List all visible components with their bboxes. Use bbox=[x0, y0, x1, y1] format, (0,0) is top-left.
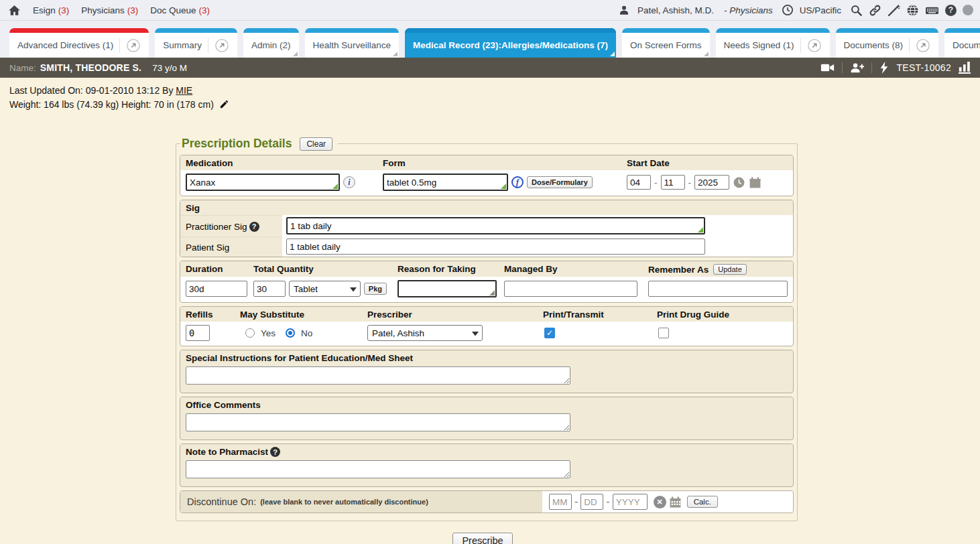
start-date-label: Start Date bbox=[621, 155, 793, 170]
start-day-input[interactable] bbox=[661, 175, 685, 190]
clock-icon bbox=[782, 4, 794, 16]
popout-icon[interactable] bbox=[909, 38, 930, 53]
prescriber-select[interactable]: Patel, Ashish bbox=[367, 325, 483, 341]
wand-icon[interactable] bbox=[887, 4, 900, 17]
formulary-icon[interactable]: f bbox=[511, 176, 524, 188]
chevron-down-icon bbox=[472, 328, 479, 338]
prescription-details-fieldset: Prescription Details Clear Medication Fo… bbox=[176, 137, 798, 521]
current-role: - Physicians bbox=[724, 5, 773, 15]
current-user[interactable]: Patel, Ashish, M.D. bbox=[637, 5, 714, 15]
prescribe-button[interactable]: Prescribe bbox=[452, 533, 512, 544]
tab-needs-signed[interactable]: Needs Signed (1) bbox=[716, 28, 830, 58]
popout-icon[interactable] bbox=[119, 38, 141, 53]
refills-input[interactable] bbox=[186, 325, 210, 341]
info-icon[interactable]: i bbox=[343, 176, 355, 188]
tab-fold-icon bbox=[293, 52, 298, 56]
tab-fold-icon bbox=[704, 52, 709, 56]
print-transmit-label: Print/Transmit bbox=[538, 307, 652, 322]
form-input[interactable] bbox=[383, 174, 508, 191]
patient-sig-label: Patient Sig bbox=[186, 243, 229, 253]
refills-section: Refills May Substitute Prescriber Print/… bbox=[180, 306, 794, 346]
patient-age-sex: 73 y/o M bbox=[152, 63, 187, 73]
globe-icon[interactable] bbox=[906, 4, 919, 17]
print-transmit-checkbox[interactable]: ✓ bbox=[544, 328, 555, 338]
pkg-button[interactable]: Pkg bbox=[364, 283, 387, 295]
special-instructions-section: Special Instructions for Patient Educati… bbox=[180, 350, 794, 393]
help-icon[interactable]: ? bbox=[249, 222, 259, 232]
sig-header: Sig bbox=[180, 200, 793, 215]
note-to-pharmacist-textarea[interactable] bbox=[186, 460, 570, 478]
medication-section: Medication Form Start Date i f Dose/Form… bbox=[180, 155, 794, 196]
calc-button[interactable]: Calc. bbox=[687, 496, 718, 508]
flash-icon[interactable] bbox=[879, 62, 889, 74]
medication-input[interactable] bbox=[186, 174, 340, 191]
tab-bar: Advanced Directives (1) Summary Admin (2… bbox=[0, 20, 980, 58]
keyboard-icon[interactable] bbox=[925, 4, 939, 17]
tab-medical-record[interactable]: Medical Record (23):Allergies/Medication… bbox=[405, 28, 616, 58]
start-year-input[interactable] bbox=[694, 175, 729, 190]
patient-sig-input[interactable] bbox=[286, 239, 705, 255]
flowsheet-chart-icon[interactable] bbox=[959, 62, 971, 74]
print-drug-guide-label: Print Drug Guide bbox=[652, 307, 793, 322]
managed-by-label: Managed By bbox=[499, 261, 643, 277]
update-button[interactable]: Update bbox=[713, 264, 746, 275]
practitioner-sig-input[interactable] bbox=[286, 217, 705, 234]
tab-advanced-directives[interactable]: Advanced Directives (1) bbox=[9, 28, 149, 58]
may-substitute-label: May Substitute bbox=[235, 307, 362, 322]
duration-input[interactable] bbox=[186, 281, 247, 297]
office-comments-section: Office Comments bbox=[180, 397, 794, 440]
user-icon bbox=[618, 4, 630, 16]
substitute-no-radio[interactable] bbox=[286, 328, 295, 338]
office-comments-textarea[interactable] bbox=[186, 413, 570, 431]
link-icon[interactable] bbox=[869, 4, 881, 17]
tab-admin[interactable]: Admin (2) bbox=[243, 28, 299, 58]
help-icon[interactable]: ? bbox=[945, 5, 957, 16]
popout-icon[interactable] bbox=[800, 38, 822, 53]
substitute-yes-radio[interactable] bbox=[245, 328, 255, 338]
search-icon[interactable] bbox=[850, 4, 863, 17]
refills-label: Refills bbox=[180, 307, 235, 322]
tab-documents[interactable]: Documents (8) bbox=[836, 28, 939, 58]
discontinue-year-input[interactable] bbox=[613, 494, 648, 510]
form-label: Form bbox=[377, 155, 621, 170]
managed-by-input[interactable] bbox=[504, 281, 637, 297]
quantity-unit-select[interactable]: Tablet bbox=[289, 281, 361, 297]
nav-esign[interactable]: Esign (3) bbox=[33, 5, 69, 15]
discontinue-month-input[interactable] bbox=[549, 494, 572, 510]
discontinue-section: Discontinue On: (leave blank to never au… bbox=[180, 490, 794, 513]
edit-icon[interactable] bbox=[219, 99, 229, 109]
quantity-input[interactable] bbox=[253, 281, 286, 297]
discontinue-day-input[interactable] bbox=[580, 494, 603, 510]
video-icon[interactable] bbox=[820, 62, 835, 74]
clear-date-icon[interactable]: ✕ bbox=[654, 496, 666, 508]
home-icon[interactable] bbox=[8, 4, 21, 17]
timezone[interactable]: US/Pacific bbox=[800, 5, 841, 15]
help-icon[interactable]: ? bbox=[270, 447, 280, 457]
calendar-icon[interactable] bbox=[669, 496, 682, 508]
patient-name-label: Name: bbox=[9, 63, 36, 73]
nav-doc-queue[interactable]: Doc Queue (3) bbox=[150, 5, 210, 15]
note-to-pharmacist-label: Note to Pharmacist bbox=[186, 447, 268, 457]
clear-button[interactable]: Clear bbox=[300, 137, 332, 151]
remember-as-input[interactable] bbox=[648, 281, 788, 297]
calendar-icon[interactable] bbox=[749, 176, 761, 189]
popout-icon[interactable] bbox=[208, 38, 229, 53]
tab-documents-d[interactable]: Documents-D bbox=[944, 28, 980, 58]
reason-input[interactable] bbox=[397, 280, 497, 297]
special-instructions-textarea[interactable] bbox=[186, 366, 570, 385]
print-drug-guide-checkbox[interactable] bbox=[658, 328, 669, 338]
dose-formulary-button[interactable]: Dose/Formulary bbox=[527, 176, 593, 188]
add-user-icon[interactable] bbox=[850, 62, 864, 74]
tab-fold-icon bbox=[610, 52, 615, 56]
nav-physicians[interactable]: Physicians (3) bbox=[81, 5, 138, 15]
start-month-input[interactable] bbox=[627, 175, 651, 190]
duration-label: Duration bbox=[180, 261, 248, 277]
total-quantity-label: Total Quantity bbox=[248, 261, 392, 277]
tab-on-screen-forms[interactable]: On Screen Forms bbox=[622, 28, 710, 58]
tab-summary[interactable]: Summary bbox=[155, 28, 237, 58]
updated-by-link[interactable]: MIE bbox=[176, 85, 192, 96]
tab-health-surveillance[interactable]: Health Surveillance bbox=[305, 28, 399, 58]
physicians-count: (3) bbox=[127, 5, 139, 15]
time-icon[interactable] bbox=[733, 176, 745, 189]
patient-id[interactable]: TEST-10062 bbox=[896, 62, 951, 73]
